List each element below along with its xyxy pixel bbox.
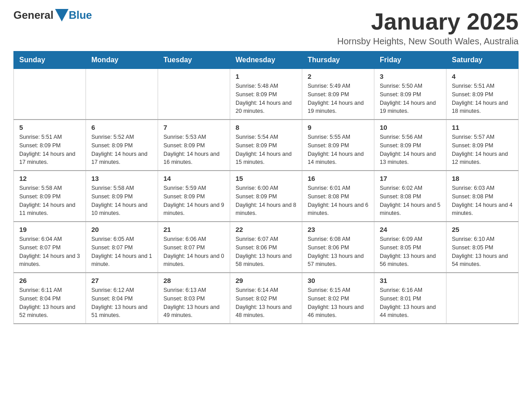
sunset-text: Sunset: 8:09 PM [380, 141, 441, 150]
day-info: Sunrise: 6:03 AMSunset: 8:08 PMDaylight:… [452, 184, 513, 218]
day-number: 21 [163, 226, 224, 233]
calendar-cell: 25Sunrise: 6:10 AMSunset: 8:05 PMDayligh… [446, 222, 519, 273]
day-number: 7 [163, 124, 224, 131]
day-info: Sunrise: 6:01 AMSunset: 8:08 PMDaylight:… [308, 184, 369, 218]
day-info: Sunrise: 6:00 AMSunset: 8:09 PMDaylight:… [236, 184, 296, 218]
day-number: 28 [163, 277, 224, 284]
sunset-text: Sunset: 8:04 PM [91, 295, 152, 303]
sunrise-text: Sunrise: 6:06 AM [163, 235, 224, 244]
sunrise-text: Sunrise: 5:59 AM [163, 184, 224, 193]
calendar-cell: 7Sunrise: 5:53 AMSunset: 8:09 PMDaylight… [158, 120, 230, 171]
sunrise-text: Sunrise: 6:11 AM [19, 286, 80, 295]
day-info: Sunrise: 6:11 AMSunset: 8:04 PMDaylight:… [19, 286, 80, 320]
sunset-text: Sunset: 8:09 PM [236, 90, 296, 99]
day-number: 18 [452, 175, 513, 182]
day-info: Sunrise: 5:51 AMSunset: 8:09 PMDaylight:… [452, 82, 513, 116]
daylight-text: Daylight: 14 hours and 9 minutes. [163, 201, 224, 218]
sunset-text: Sunset: 8:01 PM [380, 295, 441, 303]
daylight-text: Daylight: 14 hours and 4 minutes. [452, 201, 513, 218]
sunset-text: Sunset: 8:09 PM [452, 141, 513, 150]
day-info: Sunrise: 6:14 AMSunset: 8:02 PMDaylight:… [236, 286, 296, 320]
day-info: Sunrise: 5:51 AMSunset: 8:09 PMDaylight:… [19, 133, 80, 167]
day-number: 31 [380, 277, 441, 284]
sunrise-text: Sunrise: 6:12 AM [91, 286, 152, 295]
month-title: January 2025 [337, 9, 519, 34]
calendar-cell: 2Sunrise: 5:49 AMSunset: 8:09 PMDaylight… [302, 69, 374, 120]
title-section: January 2025 Hornsby Heights, New South … [337, 9, 519, 47]
day-number: 26 [19, 277, 80, 284]
sunset-text: Sunset: 8:09 PM [308, 141, 369, 150]
daylight-text: Daylight: 14 hours and 10 minutes. [91, 201, 152, 218]
day-info: Sunrise: 6:12 AMSunset: 8:04 PMDaylight:… [91, 286, 152, 320]
day-info: Sunrise: 6:09 AMSunset: 8:05 PMDaylight:… [380, 235, 441, 269]
daylight-text: Daylight: 13 hours and 54 minutes. [452, 252, 513, 269]
sunset-text: Sunset: 8:06 PM [236, 244, 296, 252]
sunset-text: Sunset: 8:09 PM [91, 193, 152, 201]
day-number: 12 [19, 175, 80, 182]
day-number: 19 [19, 226, 80, 233]
calendar-cell: 4Sunrise: 5:51 AMSunset: 8:09 PMDaylight… [446, 69, 519, 120]
sunset-text: Sunset: 8:08 PM [308, 193, 369, 201]
sunrise-text: Sunrise: 6:00 AM [236, 184, 296, 193]
calendar-cell: 5Sunrise: 5:51 AMSunset: 8:09 PMDaylight… [14, 120, 86, 171]
sunrise-text: Sunrise: 5:49 AM [308, 82, 369, 90]
calendar-cell: 23Sunrise: 6:08 AMSunset: 8:06 PMDayligh… [302, 222, 374, 273]
calendar-cell: 16Sunrise: 6:01 AMSunset: 8:08 PMDayligh… [302, 171, 374, 222]
day-number: 2 [308, 73, 369, 80]
daylight-text: Daylight: 14 hours and 13 minutes. [380, 150, 441, 167]
sunrise-text: Sunrise: 6:01 AM [308, 184, 369, 193]
calendar-cell: 8Sunrise: 5:54 AMSunset: 8:09 PMDaylight… [230, 120, 302, 171]
day-info: Sunrise: 5:58 AMSunset: 8:09 PMDaylight:… [91, 184, 152, 218]
sunset-text: Sunset: 8:03 PM [163, 295, 224, 303]
header: General Blue January 2025 Hornsby Height… [13, 9, 519, 47]
sunrise-text: Sunrise: 6:16 AM [380, 286, 441, 295]
day-info: Sunrise: 6:15 AMSunset: 8:02 PMDaylight:… [308, 286, 369, 320]
day-number: 5 [19, 124, 80, 131]
daylight-text: Daylight: 14 hours and 17 minutes. [91, 150, 152, 167]
day-info: Sunrise: 5:49 AMSunset: 8:09 PMDaylight:… [308, 82, 369, 116]
calendar-cell: 24Sunrise: 6:09 AMSunset: 8:05 PMDayligh… [374, 222, 446, 273]
calendar-cell [14, 69, 86, 120]
calendar-cell: 17Sunrise: 6:02 AMSunset: 8:08 PMDayligh… [374, 171, 446, 222]
day-number: 22 [236, 226, 296, 233]
day-info: Sunrise: 5:52 AMSunset: 8:09 PMDaylight:… [91, 133, 152, 167]
sunset-text: Sunset: 8:09 PM [308, 90, 369, 99]
sunrise-text: Sunrise: 5:52 AM [91, 133, 152, 141]
sunset-text: Sunset: 8:09 PM [91, 141, 152, 150]
calendar-cell: 3Sunrise: 5:50 AMSunset: 8:09 PMDaylight… [374, 69, 446, 120]
daylight-text: Daylight: 13 hours and 52 minutes. [19, 303, 80, 320]
day-info: Sunrise: 5:55 AMSunset: 8:09 PMDaylight:… [308, 133, 369, 167]
calendar-cell: 29Sunrise: 6:14 AMSunset: 8:02 PMDayligh… [230, 273, 302, 324]
day-info: Sunrise: 6:02 AMSunset: 8:08 PMDaylight:… [380, 184, 441, 218]
week-row-4: 26Sunrise: 6:11 AMSunset: 8:04 PMDayligh… [14, 273, 519, 324]
sunrise-text: Sunrise: 5:54 AM [236, 133, 296, 141]
header-friday: Friday [374, 51, 446, 69]
sunset-text: Sunset: 8:09 PM [452, 90, 513, 99]
day-info: Sunrise: 6:07 AMSunset: 8:06 PMDaylight:… [236, 235, 296, 269]
daylight-text: Daylight: 13 hours and 44 minutes. [380, 303, 441, 320]
sunrise-text: Sunrise: 5:48 AM [236, 82, 296, 90]
daylight-text: Daylight: 14 hours and 20 minutes. [236, 99, 296, 116]
sunset-text: Sunset: 8:07 PM [19, 244, 80, 252]
sunrise-text: Sunrise: 5:58 AM [19, 184, 80, 193]
calendar-cell: 20Sunrise: 6:05 AMSunset: 8:07 PMDayligh… [86, 222, 158, 273]
calendar-cell: 11Sunrise: 5:57 AMSunset: 8:09 PMDayligh… [446, 120, 519, 171]
sunset-text: Sunset: 8:08 PM [380, 193, 441, 201]
day-number: 4 [452, 73, 513, 80]
daylight-text: Daylight: 13 hours and 56 minutes. [380, 252, 441, 269]
sunrise-text: Sunrise: 6:14 AM [236, 286, 296, 295]
sunset-text: Sunset: 8:09 PM [163, 193, 224, 201]
day-info: Sunrise: 5:56 AMSunset: 8:09 PMDaylight:… [380, 133, 441, 167]
daylight-text: Daylight: 14 hours and 1 minute. [91, 252, 152, 269]
daylight-text: Daylight: 13 hours and 51 minutes. [91, 303, 152, 320]
sunset-text: Sunset: 8:09 PM [163, 141, 224, 150]
day-number: 23 [308, 226, 369, 233]
header-wednesday: Wednesday [230, 51, 302, 69]
day-number: 10 [380, 124, 441, 131]
calendar-table: Sunday Monday Tuesday Wednesday Thursday… [13, 51, 519, 324]
calendar-cell: 1Sunrise: 5:48 AMSunset: 8:09 PMDaylight… [230, 69, 302, 120]
sunset-text: Sunset: 8:07 PM [91, 244, 152, 252]
sunset-text: Sunset: 8:02 PM [308, 295, 369, 303]
sunset-text: Sunset: 8:09 PM [19, 141, 80, 150]
day-info: Sunrise: 6:04 AMSunset: 8:07 PMDaylight:… [19, 235, 80, 269]
